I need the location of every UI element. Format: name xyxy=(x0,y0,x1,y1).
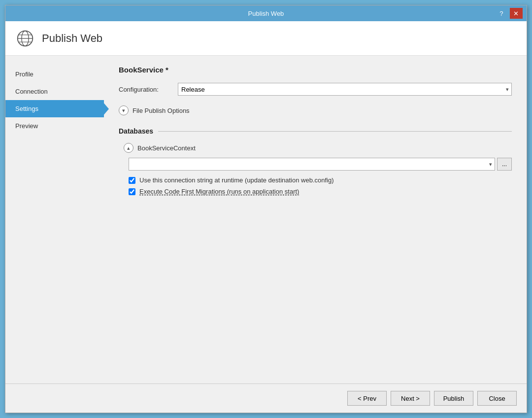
sidebar-item-preview[interactable]: Preview xyxy=(5,117,104,135)
db-context-icon: ▴ xyxy=(124,143,133,153)
connection-string-checkbox[interactable] xyxy=(129,177,135,184)
migrations-checkbox-label: Execute Code First Migrations (runs on a… xyxy=(139,188,299,195)
window-title: Publish Web xyxy=(180,10,351,17)
sidebar-item-settings[interactable]: Settings xyxy=(5,100,104,117)
content-area: Profile Connection Settings Preview Book… xyxy=(5,56,527,383)
connection-string-row: ▾ ... xyxy=(129,158,512,171)
section-title: BookService * xyxy=(119,66,512,74)
close-title-button[interactable]: ✕ xyxy=(510,8,523,19)
databases-header: Databases xyxy=(119,127,512,135)
db-context-title: BookServiceContext xyxy=(137,144,196,152)
prev-button[interactable]: < Prev xyxy=(347,391,387,406)
checkbox-connection-string-row: Use this connection string at runtime (u… xyxy=(129,176,512,184)
help-button[interactable]: ? xyxy=(495,8,508,19)
browse-button[interactable]: ... xyxy=(497,158,512,171)
globe-icon xyxy=(15,29,35,48)
configuration-label: Configuration: xyxy=(119,86,173,93)
main-panel: BookService * Configuration: Debug Relea… xyxy=(104,56,527,383)
file-publish-options-header[interactable]: ▾ File Publish Options xyxy=(119,104,512,117)
configuration-select-wrapper: Debug Release ▾ xyxy=(178,83,512,96)
sidebar: Profile Connection Settings Preview xyxy=(5,56,104,383)
connection-string-checkbox-label: Use this connection string at runtime (u… xyxy=(139,176,334,184)
file-publish-collapse-icon: ▾ xyxy=(119,105,129,115)
checkbox-migrations-row: Execute Code First Migrations (runs on a… xyxy=(129,188,512,195)
header-title: Publish Web xyxy=(42,32,102,45)
connection-string-select[interactable] xyxy=(129,158,495,171)
sidebar-item-profile[interactable]: Profile xyxy=(5,66,104,83)
sidebar-item-connection[interactable]: Connection xyxy=(5,83,104,100)
next-button[interactable]: Next > xyxy=(391,391,430,406)
publish-button[interactable]: Publish xyxy=(434,391,473,406)
configuration-row: Configuration: Debug Release ▾ xyxy=(119,83,512,96)
configuration-select[interactable]: Debug Release xyxy=(178,83,512,96)
close-button[interactable]: Close xyxy=(477,391,517,406)
header-section: Publish Web xyxy=(5,21,527,56)
main-window: Publish Web ? ✕ Publish Web Profile Conn… xyxy=(5,5,527,413)
footer: < Prev Next > Publish Close xyxy=(5,383,527,413)
title-bar-right: ? ✕ xyxy=(352,8,523,19)
databases-section: Databases ▴ BookServiceContext xyxy=(119,127,512,195)
databases-divider xyxy=(158,131,512,132)
file-publish-options-label: File Publish Options xyxy=(133,107,190,114)
migrations-checkbox[interactable] xyxy=(129,188,135,195)
db-context-header[interactable]: ▴ BookServiceContext xyxy=(124,143,512,153)
db-context: ▴ BookServiceContext ▾ ... xyxy=(124,143,512,195)
connection-string-wrapper: ▾ xyxy=(129,158,495,171)
databases-label: Databases xyxy=(119,127,153,135)
title-bar: Publish Web ? ✕ xyxy=(5,5,527,21)
